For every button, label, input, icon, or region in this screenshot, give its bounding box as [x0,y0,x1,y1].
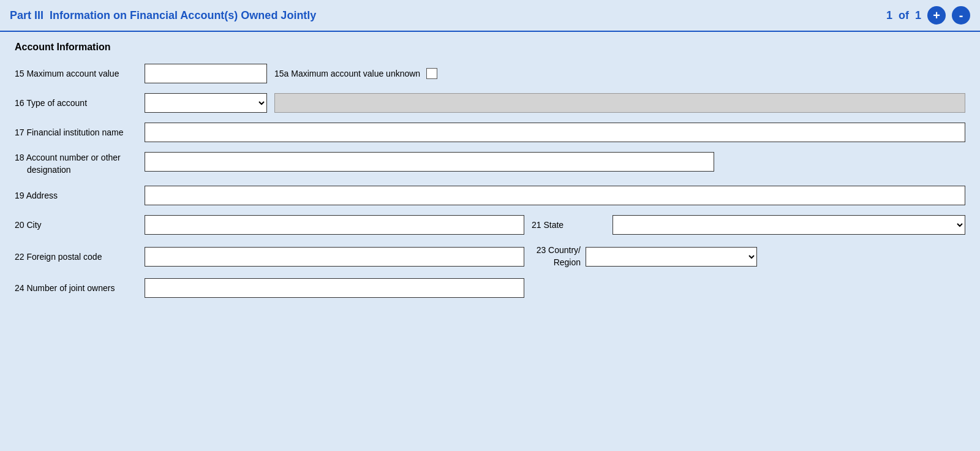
row-17: 17 Financial institution name [15,123,965,142]
row-16: 16 Type of account Bank Securities Other [15,93,965,113]
add-record-button[interactable]: + [927,6,946,25]
field-17-input[interactable] [145,123,965,142]
field-23-select[interactable] [586,247,757,267]
row-18: 18 Account number or other designation [15,152,965,176]
field-24-input[interactable] [145,278,524,298]
field-17-label: 17 Financial institution name [15,127,137,137]
field-15a-label: 15a Maximum account value unknown [274,69,420,78]
row-24: 24 Number of joint owners [15,278,965,298]
field-23-label: 23 Country/ Region [532,244,581,268]
field-18-input[interactable] [145,152,714,172]
field-20-input[interactable] [145,215,524,235]
field-16-label: 16 Type of account [15,98,137,108]
field-24-label: 24 Number of joint owners [15,283,137,293]
field-15-label: 15 Maximum account value [15,69,137,78]
field-22-input[interactable] [145,247,524,267]
field-15-input[interactable] [145,64,267,83]
part-label: Part III [10,9,43,22]
row-15: 15 Maximum account value 15a Maximum acc… [15,64,965,83]
field-23-group: 23 Country/ Region [532,244,757,268]
field-16-select[interactable]: Bank Securities Other [145,93,267,113]
field-15a-checkbox[interactable] [426,68,437,79]
header-title: Information on Financial Account(s) Owne… [50,9,880,22]
counter-total: 1 [915,9,921,22]
field-19-input[interactable] [145,186,965,205]
remove-record-button[interactable]: - [952,6,970,25]
row-22-23: 22 Foreign postal code 23 Country/ Regio… [15,244,965,268]
field-18-label: 18 Account number or other designation [15,152,137,176]
field-16-other-input [274,93,965,113]
field-21-select[interactable] [612,215,965,235]
counter-current: 1 [886,9,892,22]
section-title: Account Information [15,42,965,53]
field-20-label: 20 City [15,220,137,230]
form-content: Account Information 15 Maximum account v… [0,32,980,322]
field-21-label: 21 State [532,220,605,230]
counter-of: of [899,9,909,22]
field-22-label: 22 Foreign postal code [15,252,137,262]
row-20-21: 20 City 21 State [15,215,965,235]
field-15a-area: 15a Maximum account value unknown [274,68,965,79]
field-19-label: 19 Address [15,191,137,200]
row-19: 19 Address [15,186,965,205]
part-header: Part III Information on Financial Accoun… [0,0,980,32]
